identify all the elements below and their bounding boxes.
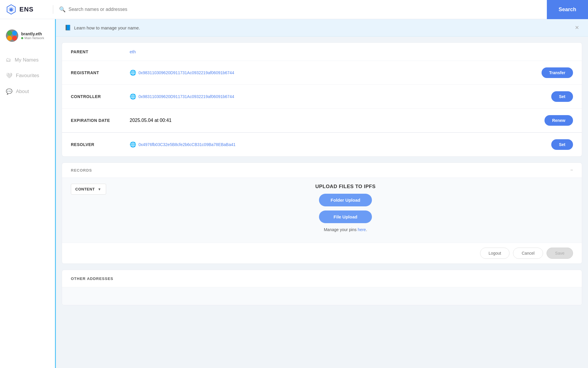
main-layout: brantly.eth Main Network 🗂 My Names 🤍 Fa… [0, 19, 588, 368]
expiration-value: 2025.05.04 at 00:41 [130, 118, 171, 123]
resolver-label: RESOLVER [71, 142, 130, 147]
controller-row: CONTROLLER 🌐 0x983110309620D911731Ac0932… [62, 85, 582, 109]
logout-button[interactable]: Logout [480, 248, 510, 259]
records-body: CONTENT ▼ UPLOAD FILES TO IPFS Folder Up… [62, 178, 582, 243]
other-addresses-section: OTHER ADDRESSES [62, 270, 582, 305]
expiration-value-container: 2025.05.04 at 00:41 [130, 118, 544, 123]
content-area: 📘 Learn how to manage your name. ✕ PAREN… [56, 19, 588, 368]
parent-label: PARENT [71, 49, 130, 54]
header-divider [53, 5, 53, 14]
sidebar-item-favourites[interactable]: 🤍 Favourites [0, 68, 55, 84]
controller-address-link[interactable]: 0x983110309620D911731Ac0932219af06091b67… [138, 94, 234, 99]
registrant-globe-icon: 🌐 [130, 69, 136, 76]
records-collapse-button[interactable]: − [570, 168, 573, 173]
search-input[interactable] [69, 7, 582, 12]
user-info: brantly.eth Main Network [21, 32, 44, 40]
network-label: Main Network [24, 36, 44, 40]
about-icon: 💬 [6, 88, 12, 95]
sidebar-item-about[interactable]: 💬 About [0, 84, 55, 100]
registrant-value-container: 🌐 0x983110309620D911731Ac0932219af06091b… [130, 69, 542, 76]
search-icon: 🔍 [59, 6, 66, 13]
logo-area: ENS [6, 4, 47, 15]
records-section: RECORDS − CONTENT ▼ UPLOAD FILES TO IPFS… [62, 163, 582, 264]
content-dropdown-label: CONTENT [75, 187, 95, 191]
favourites-label: Favourites [16, 73, 39, 79]
resolver-value-container: 🌐 0x4976fb03C32e5B8cfe2b6cCB31c09Ba78EBa… [130, 141, 551, 148]
parent-row: PARENT eth [62, 43, 582, 61]
expiration-label: EXPIRATION DATE [71, 118, 130, 123]
ens-logo-icon [6, 4, 16, 15]
network-dot [21, 37, 23, 39]
save-button[interactable]: Save [547, 248, 573, 259]
records-title: RECORDS [71, 168, 92, 173]
user-name: brantly.eth [21, 32, 44, 36]
info-banner-text: 📘 Learn how to manage your name. [65, 24, 140, 31]
transfer-button[interactable]: Transfer [542, 67, 573, 78]
controller-label: CONTROLLER [71, 94, 130, 99]
content-dropdown[interactable]: CONTENT ▼ [71, 184, 106, 195]
registrant-actions: Transfer [542, 67, 573, 78]
records-footer: Logout Cancel Save [62, 243, 582, 263]
parent-link[interactable]: eth [130, 49, 136, 54]
search-button[interactable]: Search [547, 0, 588, 19]
info-icon: 📘 [65, 24, 71, 31]
search-area: 🔍 [59, 6, 582, 13]
my-names-icon: 🗂 [6, 57, 11, 63]
manage-pins-text: Manage your pins here. [324, 227, 367, 232]
favourites-icon: 🤍 [6, 72, 12, 79]
network-badge: Main Network [21, 36, 44, 40]
file-upload-button[interactable]: File Upload [319, 210, 372, 223]
resolver-row: RESOLVER 🌐 0x4976fb03C32e5B8cfe2b6cCB31c… [62, 133, 582, 156]
controller-value-container: 🌐 0x983110309620D911731Ac0932219af06091b… [130, 93, 551, 100]
info-banner: 📘 Learn how to manage your name. ✕ [56, 19, 588, 37]
registrant-label: REGISTRANT [71, 70, 130, 75]
banner-close-button[interactable]: ✕ [575, 24, 579, 31]
other-addresses-body [62, 287, 582, 305]
controller-globe-icon: 🌐 [130, 93, 136, 100]
controller-actions: Set [551, 91, 573, 102]
banner-message: Learn how to manage your name. [74, 25, 140, 30]
resolver-address-link[interactable]: 0x4976fb03C32e5B8cfe2b6cCB31c09Ba78EBaBa… [138, 142, 235, 147]
records-header: RECORDS − [62, 163, 582, 178]
resolver-set-button[interactable]: Set [551, 139, 573, 150]
expiration-actions: Renew [544, 115, 573, 126]
controller-set-button[interactable]: Set [551, 91, 573, 102]
avatar [6, 29, 18, 42]
sidebar: brantly.eth Main Network 🗂 My Names 🤍 Fa… [0, 19, 56, 368]
avatar-inner [6, 29, 18, 42]
registrant-address-link[interactable]: 0x983110309620D911731Ac0932219af06091b67… [138, 70, 234, 75]
other-addresses-header: OTHER ADDRESSES [62, 270, 582, 287]
other-addresses-title: OTHER ADDRESSES [71, 276, 113, 281]
renew-button[interactable]: Renew [544, 115, 573, 126]
about-label: About [16, 89, 29, 95]
ipfs-upload-area: UPLOAD FILES TO IPFS Folder Upload File … [118, 184, 573, 232]
folder-upload-button[interactable]: Folder Upload [319, 194, 372, 206]
resolver-actions: Set [551, 139, 573, 150]
details-card: PARENT eth REGISTRANT 🌐 0x983110309620D9… [62, 42, 582, 157]
parent-value-container: eth [130, 49, 573, 54]
sidebar-nav: 🗂 My Names 🤍 Favourites 💬 About [0, 52, 55, 100]
my-names-label: My Names [15, 57, 39, 63]
user-profile: brantly.eth Main Network [0, 25, 55, 49]
expiration-row: EXPIRATION DATE 2025.05.04 at 00:41 Rene… [62, 109, 582, 132]
cancel-button[interactable]: Cancel [513, 248, 543, 259]
logo-text: ENS [19, 6, 34, 13]
chevron-down-icon: ▼ [98, 187, 101, 191]
registrant-row: REGISTRANT 🌐 0x983110309620D911731Ac0932… [62, 61, 582, 85]
resolver-globe-icon: 🌐 [130, 141, 136, 148]
app-header: ENS 🔍 Search [0, 0, 588, 19]
sidebar-item-my-names[interactable]: 🗂 My Names [0, 52, 55, 68]
ipfs-title: UPLOAD FILES TO IPFS [315, 184, 375, 190]
manage-pins-link[interactable]: here [358, 227, 366, 232]
